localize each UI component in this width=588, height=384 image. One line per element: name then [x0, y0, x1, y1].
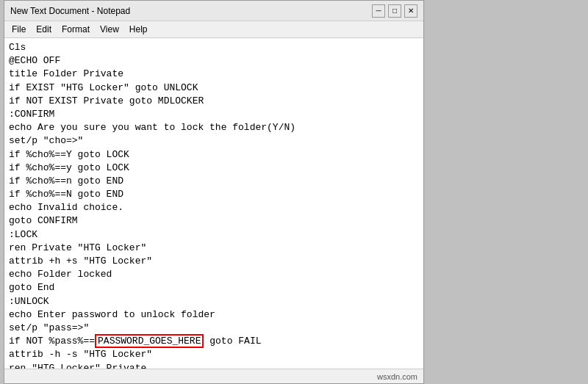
code-line: Cls	[9, 41, 419, 54]
status-text: wsxdn.com	[377, 372, 417, 381]
code-line: if %cho%==n goto END	[9, 175, 419, 188]
close-button[interactable]: ✕	[404, 4, 417, 18]
notepad-window: New Text Document - Notepad ─ □ ✕ File E…	[4, 0, 424, 384]
code-line: echo Are you sure you want to lock the f…	[9, 121, 419, 134]
code-line: attrib +h +s "HTG Locker"	[9, 255, 419, 268]
code-line: if NOT %pass%==PASSWORD_GOES_HERE goto F…	[9, 335, 419, 348]
code-line: if %cho%==Y goto LOCK	[9, 148, 419, 162]
code-line: if %cho%==y goto LOCK	[9, 162, 419, 175]
menu-view[interactable]: View	[96, 23, 123, 36]
code-line: echo Folder locked	[9, 268, 419, 281]
code-line: :CONFIRM	[9, 108, 419, 121]
code-line: :LOCK	[9, 228, 419, 242]
code-line: title Folder Private	[9, 68, 419, 81]
menu-help[interactable]: Help	[125, 23, 152, 36]
menu-bar: File Edit Format View Help	[4, 21, 423, 38]
code-line: echo Enter password to unlock folder	[9, 308, 419, 322]
maximize-button[interactable]: □	[388, 4, 401, 18]
code-line: if NOT EXIST Private goto MDLOCKER	[9, 95, 419, 108]
status-bar: wsxdn.com	[4, 369, 423, 383]
code-line: if EXIST "HTG Locker" goto UNLOCK	[9, 81, 419, 95]
editor-area[interactable]: Cls@ECHO OFFtitle Folder Privateif EXIST…	[4, 38, 423, 369]
code-line: goto End	[9, 281, 419, 294]
menu-edit[interactable]: Edit	[32, 23, 56, 36]
code-line: :UNLOCK	[9, 295, 419, 308]
menu-format[interactable]: Format	[57, 23, 94, 36]
code-line: ren Private "HTG Locker"	[9, 242, 419, 255]
code-line: @ECHO OFF	[9, 54, 419, 68]
code-line: goto CONFIRM	[9, 214, 419, 228]
code-line: set/p "cho=>"	[9, 134, 419, 148]
code-line: echo Invalid choice.	[9, 201, 419, 214]
window-title: New Text Document - Notepad	[10, 6, 130, 16]
menu-file[interactable]: File	[7, 23, 30, 36]
code-line: if %cho%==N goto END	[9, 188, 419, 201]
window-controls: ─ □ ✕	[372, 4, 417, 18]
password-placeholder: PASSWORD_GOES_HERE	[95, 334, 204, 348]
code-line: set/p "pass=>"	[9, 322, 419, 335]
title-bar: New Text Document - Notepad ─ □ ✕	[4, 1, 423, 21]
code-line: ren "HTG Locker" Private	[9, 362, 419, 369]
minimize-button[interactable]: ─	[372, 4, 385, 18]
code-line: attrib -h -s "HTG Locker"	[9, 348, 419, 361]
